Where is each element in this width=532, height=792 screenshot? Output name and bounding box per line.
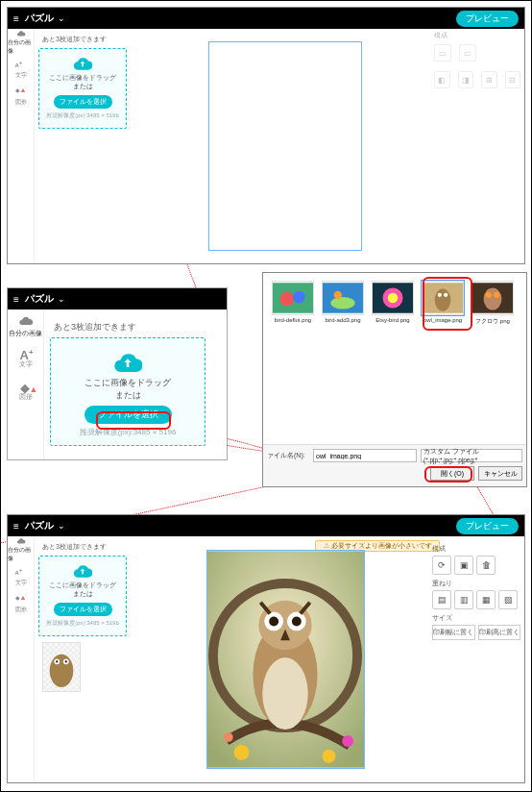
fit-height-button[interactable]: 印刷高に置く <box>478 625 521 640</box>
inspector-section: 構成 <box>432 544 520 554</box>
inspector-tool: ▭ <box>434 44 451 62</box>
cloud-upload-icon <box>113 352 142 373</box>
dropzone-or: または <box>59 389 197 402</box>
file-name: フクロウ.png <box>475 317 510 326</box>
svg-point-8 <box>388 293 399 304</box>
sidebar-item-my-images[interactable]: 自分の画像 <box>8 29 34 56</box>
upload-limit-text: あと3枚追加できます <box>42 542 127 552</box>
svg-point-2 <box>293 291 305 304</box>
file-name: bird-add3.png <box>325 317 360 323</box>
file-item[interactable]: bird-deflut.png <box>271 281 315 326</box>
recommended-size: 推奨解像度(px):3485 × 5196 <box>43 111 122 120</box>
dropzone-text: ここに画像をドラッグ <box>43 74 122 83</box>
text-icon: A+ <box>15 60 27 71</box>
text-icon: A+ <box>20 348 32 359</box>
svg-point-16 <box>494 292 499 298</box>
dropzone-text: ここに画像をドラッグ <box>59 377 197 389</box>
layer-button[interactable]: ▥ <box>454 590 473 609</box>
select-file-button[interactable]: ファイルを選択 <box>85 406 172 424</box>
inspector-tool: ◧ <box>434 71 450 88</box>
filename-label: ァイル名(N): <box>267 451 309 460</box>
menu-icon[interactable]: ≡ <box>13 13 19 24</box>
sidebar-item-text[interactable]: A+ 文字 <box>8 56 34 83</box>
svg-point-14 <box>484 288 502 310</box>
uploaded-thumb[interactable] <box>42 642 81 692</box>
sidebar-item-label: 自分の画像 <box>8 38 34 56</box>
cloud-upload-icon <box>15 29 27 38</box>
upload-dropzone[interactable]: ここに画像をドラッグ または ファイルを選択 推奨解像度(px):3485 × … <box>50 337 206 446</box>
inspector-tool: ⊟ <box>505 71 521 88</box>
cloud-upload-icon <box>73 564 92 578</box>
fit-width-button[interactable]: 印刷幅に置く <box>432 625 475 640</box>
inspector-section: 重ねり <box>432 579 520 588</box>
cloud-upload-icon <box>18 313 34 329</box>
inspector-tool: ⊞ <box>481 71 497 88</box>
preview-button[interactable]: プレビュー <box>456 11 519 27</box>
svg-point-12 <box>444 293 447 297</box>
menu-icon[interactable]: ≡ <box>13 294 19 305</box>
open-button[interactable]: 開く(O) <box>430 466 474 481</box>
cloud-upload-icon <box>15 536 27 546</box>
sidebar-item-shapes[interactable]: ◆▲ 図形 <box>8 375 43 408</box>
sidebar-item-my-images[interactable]: 自分の画像 <box>8 536 34 563</box>
file-item[interactable]: owl_image.png <box>421 281 465 326</box>
layer-button[interactable]: ▤ <box>432 590 451 609</box>
svg-point-25 <box>262 657 307 730</box>
file-item[interactable]: フクロウ.png <box>471 281 515 326</box>
menu-icon[interactable]: ≡ <box>13 521 19 532</box>
shapes-icon: ◆▲ <box>15 87 27 98</box>
sidebar-item-label: 図形 <box>19 392 33 402</box>
inspector-section: サイズ <box>432 613 520 623</box>
filetype-select[interactable]: カスタム ファイル (*.pjp;*.jpg;*.pjpeg;* <box>421 449 522 462</box>
svg-point-5 <box>334 291 342 299</box>
svg-point-30 <box>291 617 301 627</box>
upload-dropzone[interactable]: ここに画像をドラッグ または ファイルを選択 推奨解像度(px):3485 × … <box>38 48 127 129</box>
select-file-button[interactable]: ファイルを選択 <box>54 95 112 109</box>
chevron-down-icon[interactable]: ⌄ <box>58 294 65 304</box>
dropzone-or: または <box>43 590 122 599</box>
sidebar-item-my-images[interactable]: 自分の画像 <box>8 309 43 342</box>
sidebar-item-label: 文字 <box>19 359 33 369</box>
preview-button[interactable]: プレビュー <box>456 518 519 534</box>
canvas-with-image[interactable] <box>206 550 365 769</box>
sidebar-item-text[interactable]: A+ 文字 <box>8 563 34 590</box>
layer-button[interactable]: ▦ <box>476 590 496 609</box>
recommended-size: 推奨解像度(px):3485 × 5196 <box>59 427 197 437</box>
app-title: パズル <box>25 12 54 25</box>
file-item[interactable]: bird-add3.png <box>321 281 365 326</box>
svg-point-11 <box>438 293 442 297</box>
sidebar-item-shapes[interactable]: ◆▲ 図形 <box>8 590 34 617</box>
chevron-down-icon[interactable]: ⌄ <box>58 13 65 23</box>
replace-button[interactable]: ⟳ <box>432 556 451 575</box>
layer-button[interactable]: ▧ <box>498 590 518 609</box>
inspector-tool: ◨ <box>458 71 474 88</box>
dropzone-or: または <box>43 83 122 91</box>
inspector-title: 構成 <box>434 31 520 40</box>
svg-point-33 <box>322 750 335 763</box>
svg-point-35 <box>342 735 353 747</box>
chevron-down-icon[interactable]: ⌄ <box>58 521 65 531</box>
inspector-tool: ▭ <box>459 44 476 62</box>
svg-point-1 <box>279 292 294 307</box>
sidebar-item-text[interactable]: A+ 文字 <box>8 342 43 375</box>
text-icon: A+ <box>15 567 27 579</box>
app-title: パズル <box>25 292 54 306</box>
select-file-button[interactable]: ファイルを選択 <box>54 603 112 616</box>
crop-button[interactable]: ▣ <box>454 556 473 575</box>
sidebar-item-label: 自分の画像 <box>9 329 42 338</box>
canvas-empty[interactable] <box>208 41 362 251</box>
upload-dropzone[interactable]: ここに画像をドラッグ または ファイルを選択 推奨解像度(px):3485 × … <box>38 556 127 636</box>
delete-button[interactable]: 🗑 <box>476 556 496 575</box>
file-name: owl_image.png <box>423 317 462 323</box>
svg-point-32 <box>233 745 249 760</box>
cancel-button[interactable]: キャンセル <box>478 466 522 481</box>
filename-input[interactable] <box>313 449 417 462</box>
sidebar-item-label: 自分の画像 <box>8 546 34 563</box>
sidebar-item-label: 文字 <box>15 579 27 587</box>
sidebar-item-shapes[interactable]: ◆▲ 図形 <box>8 83 34 110</box>
svg-point-20 <box>56 660 58 662</box>
file-name: bird-deflut.png <box>275 317 311 323</box>
shapes-icon: ◆▲ <box>15 594 27 606</box>
file-item[interactable]: Etsy-bird.png <box>371 281 415 326</box>
file-name: Etsy-bird.png <box>375 317 409 323</box>
